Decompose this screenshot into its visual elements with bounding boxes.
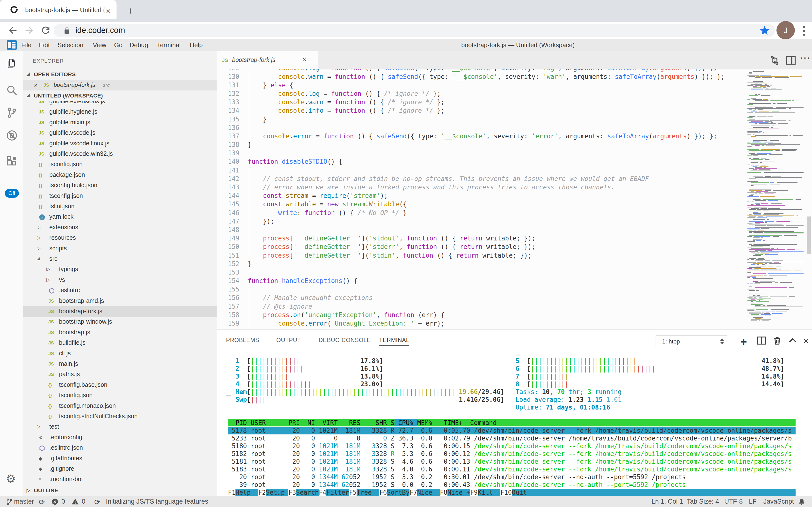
- menu-file[interactable]: File: [21, 41, 32, 49]
- gear-icon[interactable]: ⚙: [6, 472, 16, 485]
- tree-file-bootstrap-fork.js[interactable]: JSbootstrap-fork.js: [23, 306, 216, 317]
- tree-file-tsconfig.monaco.json[interactable]: {}tsconfig.monaco.json: [23, 401, 216, 411]
- warning-icon[interactable]: [72, 498, 79, 505]
- menu-selection[interactable]: Selection: [58, 41, 83, 49]
- tree-folder-vs[interactable]: ▷vs: [23, 275, 216, 285]
- tree-file-.gitattributes[interactable]: ◆.gitattributes: [23, 453, 216, 464]
- status-badge[interactable]: Off: [5, 189, 19, 198]
- browser-menu-icon[interactable]: [803, 24, 805, 38]
- tree-folder-test[interactable]: ▷test: [23, 421, 216, 432]
- bell-icon[interactable]: [798, 498, 805, 505]
- tree-file-main.js[interactable]: JSmain.js: [23, 359, 216, 369]
- tree-file-tslint.json[interactable]: {}tslint.json: [23, 201, 216, 212]
- tree-file-.gitignore[interactable]: ◆.gitignore: [23, 464, 216, 474]
- avatar[interactable]: J: [776, 21, 795, 40]
- sync-icon[interactable]: [769, 54, 780, 66]
- tree-file-buildfile.js[interactable]: JSbuildfile.js: [23, 338, 216, 348]
- tree-file-gulpfile.extensions.js[interactable]: JSgulpfile.extensions.js: [23, 101, 216, 107]
- editor-tab[interactable]: JS bootstrap-fork.js ×: [216, 51, 318, 69]
- tree-file-paths.js[interactable]: JSpaths.js: [23, 369, 216, 380]
- tree-folder-extensions[interactable]: ▷extensions: [23, 222, 216, 233]
- split-editor-icon[interactable]: [785, 54, 797, 66]
- terminal-select[interactable]: 1: htop: [655, 335, 727, 348]
- kill-terminal-icon[interactable]: [772, 335, 785, 348]
- tree-file-yarn.lock[interactable]: yarn.lock: [23, 212, 216, 222]
- tree-file-gulpfile.mixin.js[interactable]: JSgulpfile.mixin.js: [23, 117, 216, 128]
- back-icon[interactable]: [7, 25, 18, 36]
- code-viewport[interactable]: 129 console.log = function () { safeSend…: [216, 69, 748, 330]
- tree-file-tsconfig.json[interactable]: {}tsconfig.json: [23, 390, 216, 401]
- menu-view[interactable]: View: [93, 41, 106, 49]
- search-icon[interactable]: [6, 84, 18, 96]
- cursor-position[interactable]: Ln 1, Col 1: [651, 498, 683, 505]
- new-tab-icon[interactable]: +: [128, 7, 134, 15]
- tree-folder-scripts[interactable]: ▷scripts: [23, 243, 216, 254]
- add-terminal-icon[interactable]: +: [740, 335, 753, 348]
- editor-scrollbar[interactable]: [807, 217, 811, 254]
- files-icon[interactable]: [6, 58, 18, 69]
- tree-file-gulpfile.vscode.win32.js[interactable]: JSgulpfile.vscode.win32.js: [23, 149, 216, 159]
- more-actions-icon[interactable]: ⋯: [800, 52, 811, 63]
- section-open-editors[interactable]: ◢ OPEN EDITORS: [23, 69, 216, 80]
- tree-file-tsconfig.build.json[interactable]: {}tsconfig.build.json: [23, 180, 216, 190]
- tree-file-bootstrap.js[interactable]: JSbootstrap.js: [23, 327, 216, 338]
- close-icon[interactable]: ×: [303, 56, 307, 64]
- git-branch-icon[interactable]: [6, 498, 13, 505]
- sync-icon[interactable]: ⟳: [39, 498, 45, 506]
- terminal[interactable]: 1 [||||||||||||| 17.8%] 5 [|||||||||||||…: [228, 357, 808, 496]
- tree-file-.eslintrc[interactable]: .eslintrc: [23, 285, 216, 296]
- error-icon[interactable]: [51, 498, 59, 505]
- tree-file-tsconfig.base.json[interactable]: {}tsconfig.base.json: [23, 380, 216, 390]
- tree-file-bootstrap-window.js[interactable]: JSbootstrap-window.js: [23, 317, 216, 327]
- tab-output[interactable]: OUTPUT: [276, 337, 301, 343]
- tree-file-gulpfile.hygiene.js[interactable]: JSgulpfile.hygiene.js: [23, 107, 216, 117]
- source-control-icon[interactable]: [6, 107, 18, 118]
- minimap[interactable]: [747, 71, 806, 328]
- tree-file-package.json[interactable]: {}package.json: [23, 170, 216, 180]
- debug-icon[interactable]: [6, 130, 18, 141]
- lock-icon[interactable]: [63, 27, 71, 34]
- tree-file-.mention-bot[interactable]: ≡.mention-bot: [23, 474, 216, 485]
- close-panel-icon[interactable]: ×: [803, 335, 812, 348]
- menu-debug[interactable]: Debug: [130, 41, 148, 49]
- browser-tab[interactable]: bootstrap-fork.js — Untitled (W ×: [0, 0, 117, 19]
- status-message[interactable]: Initializing JS/TS language features: [106, 498, 208, 505]
- tab-size[interactable]: Tab Size: 4: [687, 498, 719, 505]
- open-editor-item[interactable]: × JS bootstrap-fork.js src: [23, 80, 216, 91]
- error-count[interactable]: 0: [61, 498, 65, 505]
- eol[interactable]: LF: [749, 498, 757, 505]
- tree-file-cli.js[interactable]: JScli.js: [23, 348, 216, 359]
- maximize-panel-icon[interactable]: [787, 335, 800, 348]
- tree-file-gulpfile.vscode.js[interactable]: JSgulpfile.vscode.js: [23, 128, 216, 138]
- menu-edit[interactable]: Edit: [39, 41, 50, 49]
- tab-terminal[interactable]: TERMINAL: [379, 337, 409, 346]
- tab-problems[interactable]: PROBLEMS: [226, 337, 259, 343]
- bookmark-star-icon[interactable]: [759, 25, 770, 36]
- tree-file-.editorconfig[interactable]: ⚙.editorconfig: [23, 432, 216, 443]
- forward-icon[interactable]: [24, 25, 35, 36]
- language-mode[interactable]: JavaScript: [763, 498, 794, 505]
- url-text[interactable]: ide.coder.com: [75, 25, 125, 35]
- menu-terminal[interactable]: Terminal: [157, 41, 181, 49]
- tree-file-tsconfig.json[interactable]: {}tsconfig.json: [23, 191, 216, 201]
- tab-close-icon[interactable]: ×: [106, 6, 111, 16]
- tree-file-jsconfig.json[interactable]: {}jsconfig.json: [23, 159, 216, 170]
- tree-file-tsconfig.strictNullChecks.json[interactable]: {}tsconfig.strictNullChecks.json: [23, 411, 216, 421]
- split-terminal-icon[interactable]: [756, 335, 769, 348]
- reload-icon[interactable]: [40, 25, 51, 36]
- branch-name[interactable]: master: [14, 498, 34, 505]
- extensions-icon[interactable]: [6, 155, 18, 167]
- warning-count[interactable]: 0: [82, 498, 85, 505]
- menu-help[interactable]: Help: [190, 41, 202, 49]
- menu-go[interactable]: Go: [114, 41, 123, 49]
- section-workspace[interactable]: ◢ UNTITLED (WORKSPACE): [23, 91, 216, 101]
- close-icon[interactable]: ×: [34, 81, 38, 89]
- tab-debug-console[interactable]: DEBUG CONSOLE: [319, 337, 371, 343]
- tree-folder-typings[interactable]: ▷typings: [23, 264, 216, 275]
- tree-folder-resources[interactable]: ▷resources: [23, 233, 216, 243]
- encoding[interactable]: UTF-8: [724, 498, 743, 505]
- tree-folder-src[interactable]: ◢src: [23, 254, 216, 264]
- tree-file-gulpfile.vscode.linux.js[interactable]: JSgulpfile.vscode.linux.js: [23, 138, 216, 149]
- tree-file-bootstrap-amd.js[interactable]: JSbootstrap-amd.js: [23, 296, 216, 306]
- tree-file-.eslintrc.json[interactable]: .eslintrc.json: [23, 443, 216, 453]
